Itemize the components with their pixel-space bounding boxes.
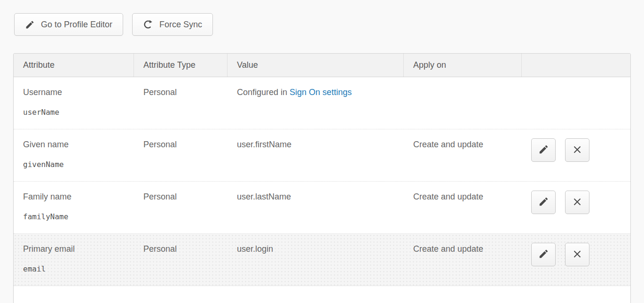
apply-on-cell xyxy=(404,77,522,129)
pencil-icon xyxy=(25,20,35,30)
table-header-row: Attribute Attribute Type Value Apply on xyxy=(14,54,630,77)
header-attribute: Attribute xyxy=(14,54,134,77)
attribute-label: Given name xyxy=(23,140,69,149)
attribute-cell: Username userName xyxy=(14,77,134,129)
remove-button[interactable] xyxy=(565,138,589,162)
table-row-empty xyxy=(14,286,630,303)
remove-button[interactable] xyxy=(565,243,589,266)
pencil-icon xyxy=(538,196,549,208)
header-value: Value xyxy=(228,54,404,77)
attribute-variable: userName xyxy=(23,108,127,117)
remove-button[interactable] xyxy=(565,191,589,214)
attribute-cell: Primary email email xyxy=(14,234,134,286)
edit-button[interactable] xyxy=(531,243,556,266)
apply-on-cell: Create and update xyxy=(404,129,522,181)
attribute-type-cell: Personal xyxy=(134,77,228,129)
edit-button[interactable] xyxy=(531,138,556,162)
close-icon xyxy=(572,197,582,208)
attribute-mappings-table: Attribute Attribute Type Value Apply on … xyxy=(13,53,631,303)
attribute-cell: Given name givenName xyxy=(14,129,134,181)
value-cell: Configured in Sign On settings xyxy=(228,77,404,129)
value-cell: user.lastName xyxy=(228,182,404,233)
table-row-family-name: Family name familyName Personal user.las… xyxy=(14,182,630,234)
actions-cell xyxy=(522,182,630,233)
actions-cell xyxy=(522,234,630,286)
edit-button[interactable] xyxy=(531,191,556,214)
table-row-username: Username userName Personal Configured in… xyxy=(14,77,630,129)
pencil-icon xyxy=(538,248,549,261)
actions-cell xyxy=(522,129,630,181)
attribute-label: Username xyxy=(23,88,62,97)
table-row-primary-email: Primary email email Personal user.login … xyxy=(14,234,630,286)
close-icon xyxy=(572,144,582,156)
header-apply-on: Apply on xyxy=(404,54,522,77)
attribute-variable: givenName xyxy=(23,160,127,169)
attribute-type-cell: Personal xyxy=(134,234,228,286)
attribute-variable: email xyxy=(23,264,127,273)
attribute-cell: Family name familyName xyxy=(14,182,134,233)
force-sync-label: Force Sync xyxy=(159,20,202,30)
close-icon xyxy=(572,249,582,261)
value-prefix: Configured in xyxy=(237,88,290,97)
attribute-type-cell: Personal xyxy=(134,182,228,233)
value-cell: user.login xyxy=(228,234,404,286)
attribute-variable: familyName xyxy=(23,212,127,221)
table-row-given-name: Given name givenName Personal user.first… xyxy=(14,129,630,182)
header-attribute-type: Attribute Type xyxy=(134,54,228,77)
value-cell: user.firstName xyxy=(228,129,404,181)
sign-on-settings-link[interactable]: Sign On settings xyxy=(290,88,352,97)
toolbar: Go to Profile Editor Force Sync xyxy=(14,13,644,36)
attribute-type-cell: Personal xyxy=(134,129,228,181)
force-sync-button[interactable]: Force Sync xyxy=(132,13,213,36)
apply-on-cell: Create and update xyxy=(404,182,522,233)
apply-on-cell: Create and update xyxy=(404,234,522,286)
attribute-label: Family name xyxy=(23,192,71,201)
go-to-profile-editor-button[interactable]: Go to Profile Editor xyxy=(14,13,123,36)
go-to-profile-editor-label: Go to Profile Editor xyxy=(41,20,112,30)
pencil-icon xyxy=(538,144,549,156)
refresh-icon xyxy=(143,19,153,30)
actions-cell xyxy=(522,77,630,129)
attribute-label: Primary email xyxy=(23,244,75,254)
header-actions xyxy=(522,54,630,77)
